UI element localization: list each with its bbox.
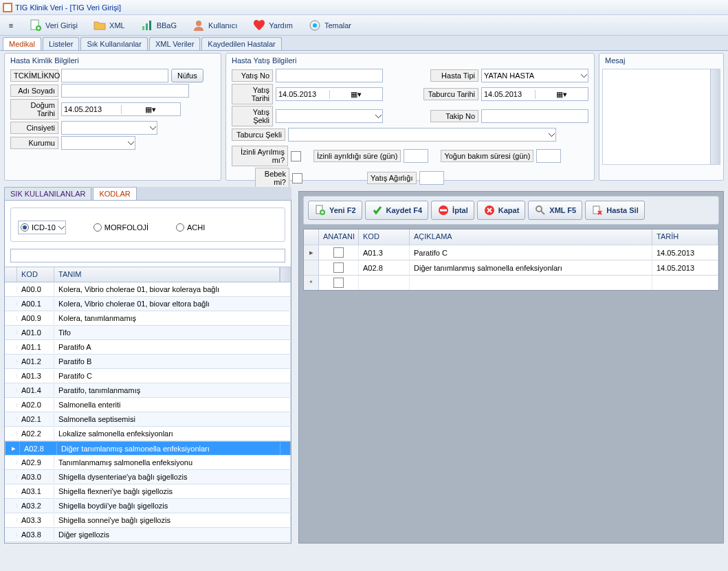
col-tanim[interactable]: TANIM xyxy=(54,267,280,282)
code-row[interactable]: A00.9Kolera, tanımlanmamış xyxy=(5,311,291,326)
code-row[interactable]: ▸A02.8Diğer tanımlanmış salmonella enfek… xyxy=(5,441,291,456)
code-row[interactable]: A01.4Paratifo, tanımlanmamış xyxy=(5,383,291,398)
menu-yardim[interactable]: Yardım xyxy=(248,17,297,34)
code-row[interactable]: A02.1Salmonella septisemisi xyxy=(5,412,291,427)
code-row[interactable]: A01.2Paratifo B xyxy=(5,355,291,369)
cinsiyet-select[interactable] xyxy=(61,121,157,135)
radio-morfoloji[interactable]: MORFOLOJİ xyxy=(93,223,148,232)
code-row[interactable]: A01.1Paratifo A xyxy=(5,340,291,355)
kurumu-select[interactable] xyxy=(61,136,135,150)
menu-xml[interactable]: XML xyxy=(89,17,129,34)
main-tab-strip: Medikal Listeler Sık Kullanılanlar XML V… xyxy=(0,36,728,51)
code-row[interactable]: A00.1Kolera, Vibrio cholerae 01, biovar … xyxy=(5,297,291,311)
col-kod[interactable]: KOD xyxy=(17,267,54,282)
dogum-date[interactable]: 14.05.2013 ▦▾ xyxy=(61,102,181,116)
fieldset-legend: Mesaj xyxy=(605,56,625,65)
user-icon xyxy=(192,19,206,32)
button-label: İptal xyxy=(452,206,468,214)
svg-rect-4 xyxy=(149,21,151,30)
menu-bbag[interactable]: BBaG xyxy=(136,17,181,34)
window-title: TIG Klinik Veri - [TIG Veri Girişi] xyxy=(15,3,121,12)
menu-label: Kullanıcı xyxy=(208,21,237,30)
taburcu-tarihi-label: Taburcu Tarihi xyxy=(423,88,478,100)
taburcu-sekli-select[interactable] xyxy=(288,128,556,142)
ad-label: Adı Soyadı xyxy=(10,85,58,97)
takip-no-input[interactable] xyxy=(481,109,588,123)
radio-icd10[interactable]: ICD-10 xyxy=(18,221,66,234)
radio-achi[interactable]: ACHI xyxy=(176,223,205,232)
yatis-agirligi-input[interactable] xyxy=(419,171,444,185)
takip-no-label: Takip No xyxy=(430,110,478,122)
code-search-input[interactable] xyxy=(10,249,285,262)
ad-input[interactable] xyxy=(61,84,189,98)
hasta-sil-button[interactable]: Hasta Sil xyxy=(585,201,644,220)
calendar-icon: ▦▾ xyxy=(329,90,383,99)
scrollbar[interactable] xyxy=(710,69,720,164)
tc-label: TCKİMLİKNO xyxy=(10,69,58,82)
button-label: Hasta Sil xyxy=(606,206,638,214)
menu-veri-girisi[interactable]: Veri Girişi xyxy=(25,17,82,34)
tab-kodlar[interactable]: KODLAR xyxy=(93,187,136,200)
xml-button[interactable]: XML F5 xyxy=(528,201,582,220)
iptal-button[interactable]: İptal xyxy=(431,201,474,220)
code-row[interactable]: A02.9Tanımlanmamış salmonella enfeksiyon… xyxy=(5,456,291,470)
anatani-checkbox[interactable] xyxy=(333,278,344,288)
tab-listeler[interactable]: Listeler xyxy=(43,37,79,50)
tab-medikal[interactable]: Medikal xyxy=(3,37,41,50)
calendar-icon: ▦▾ xyxy=(121,105,181,114)
menu-kullanici[interactable]: Kullanıcı xyxy=(188,17,241,34)
scrollbar[interactable] xyxy=(280,267,291,282)
yeni-button[interactable]: Yeni F2 xyxy=(308,201,362,220)
col-aciklama[interactable]: AÇIKLAMA xyxy=(410,229,652,245)
izinli-sure-input[interactable] xyxy=(404,149,428,163)
toolbar-handle-icon: ≡ xyxy=(4,19,18,32)
yatis-no-input[interactable] xyxy=(276,69,383,82)
taburcu-sekli-label: Taburcu Şekli xyxy=(232,128,285,141)
izinli-sure-label: İzinli ayrıldığı süre (gün) xyxy=(313,150,401,162)
svg-rect-2 xyxy=(142,26,144,30)
tab-sik-kullanilanlar[interactable]: Sık Kullanılanlar xyxy=(80,37,148,50)
code-row[interactable]: A00.0Kolera, Vibrio cholerae 01, biovar … xyxy=(5,282,291,297)
code-row[interactable]: A02.2Lokalize salmonella enfeksiyonları xyxy=(5,427,291,441)
yogun-bakim-input[interactable] xyxy=(536,149,561,163)
search-icon xyxy=(534,204,547,216)
col-tarih[interactable]: TARİH xyxy=(652,229,718,245)
code-row[interactable]: A01.0Tifo xyxy=(5,326,291,340)
close-icon xyxy=(483,204,496,216)
tab-sik-kullanilanlar-lower[interactable]: SIK KULLANILANLAR xyxy=(4,187,91,200)
svg-rect-11 xyxy=(440,210,447,212)
bebek-checkbox[interactable] xyxy=(292,173,302,183)
yatis-tarihi-date[interactable]: 14.05.2013▦▾ xyxy=(276,87,383,101)
tab-kaydedilen-hastalar[interactable]: Kaydedilen Hastalar xyxy=(201,37,281,50)
code-row[interactable]: A03.2Shigella boydii'ye bağlı şigellozis xyxy=(5,499,291,513)
kaydet-button[interactable]: Kaydet F4 xyxy=(365,201,429,220)
selected-row[interactable]: A02.8Diğer tanımlanmış salmonella enfeks… xyxy=(304,260,718,275)
button-label: Kaydet F4 xyxy=(386,206,423,214)
selected-row[interactable]: * xyxy=(304,275,718,290)
izinli-ayrilmis-checkbox[interactable] xyxy=(291,151,301,161)
menu-temalar[interactable]: Temalar xyxy=(304,17,355,34)
taburcu-tarihi-date[interactable]: 14.05.2013▦▾ xyxy=(481,87,588,101)
tc-input[interactable] xyxy=(61,69,168,82)
nufus-button[interactable]: Nüfus xyxy=(171,69,203,82)
tab-xml-veriler[interactable]: XML Veriler xyxy=(149,37,200,50)
anatani-checkbox[interactable] xyxy=(333,262,344,273)
radio-label: ICD-10 xyxy=(32,223,56,232)
code-row[interactable]: A03.0Shigella dysenteriae'ya bağlı şigel… xyxy=(5,470,291,484)
kapat-button[interactable]: Kapat xyxy=(477,201,526,220)
code-row[interactable]: A02.0Salmonella enteriti xyxy=(5,398,291,412)
svg-point-5 xyxy=(196,21,201,26)
code-row[interactable]: A03.1Shigella flexneri'ye bağlı şigelloz… xyxy=(5,484,291,499)
bebek-label: Bebek mi? xyxy=(255,168,289,188)
code-row[interactable]: A03.8Diğer şigellozis xyxy=(5,528,291,542)
col-kod[interactable]: KOD xyxy=(359,229,410,245)
folder-icon xyxy=(93,19,107,32)
yatis-sekli-select[interactable] xyxy=(276,109,383,123)
code-row[interactable]: A03.3Shigella sonnei'ye bağlı şigellozis xyxy=(5,513,291,528)
hasta-tipi-select[interactable]: YATAN HASTA xyxy=(481,69,588,82)
anatani-checkbox[interactable] xyxy=(333,247,344,258)
selected-row[interactable]: ▸A01.3Paratifo C14.05.2013 xyxy=(304,245,718,260)
col-anatani[interactable]: ANATANI xyxy=(319,229,359,245)
main-toolbar: ≡ Veri Girişi XML BBaG Kullanıcı Yardım … xyxy=(0,15,728,36)
code-row[interactable]: A01.3Paratifo C xyxy=(5,369,291,383)
